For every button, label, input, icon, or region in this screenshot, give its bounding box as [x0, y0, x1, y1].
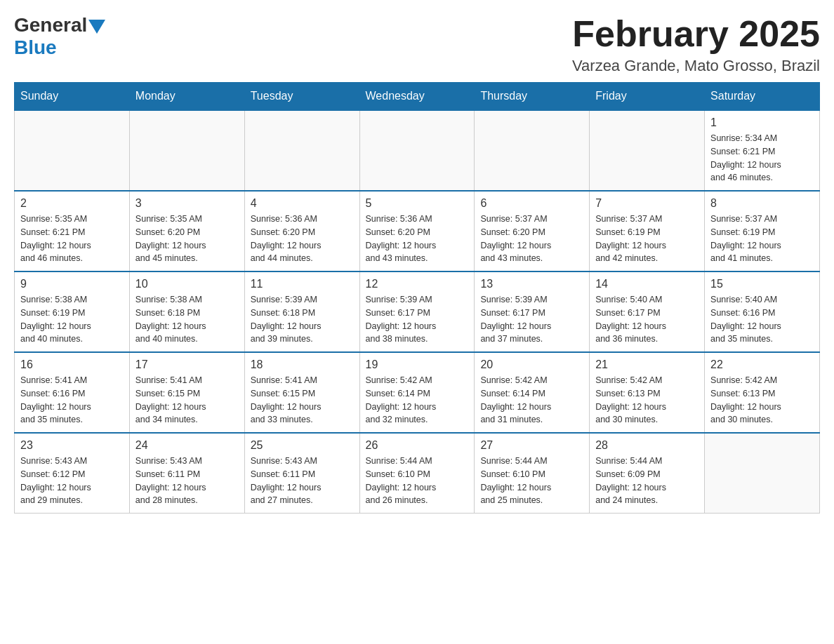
calendar-week-row: 23Sunrise: 5:43 AMSunset: 6:12 PMDayligh… — [15, 433, 820, 514]
day-of-week-header: Wednesday — [359, 83, 475, 111]
day-info: Sunrise: 5:41 AMSunset: 6:15 PMDaylight:… — [135, 374, 239, 427]
logo-blue-text: Blue — [14, 36, 57, 58]
day-number: 23 — [20, 439, 124, 452]
calendar-cell: 19Sunrise: 5:42 AMSunset: 6:14 PMDayligh… — [359, 352, 475, 433]
logo-general-text: General — [14, 14, 87, 36]
day-number: 16 — [20, 358, 124, 371]
calendar-cell: 25Sunrise: 5:43 AMSunset: 6:11 PMDayligh… — [244, 433, 359, 514]
calendar-body: 1Sunrise: 5:34 AMSunset: 6:21 PMDaylight… — [15, 110, 820, 514]
day-number: 20 — [480, 358, 583, 371]
calendar-cell: 10Sunrise: 5:38 AMSunset: 6:18 PMDayligh… — [129, 271, 244, 352]
day-number: 4 — [251, 197, 354, 210]
subtitle: Varzea Grande, Mato Grosso, Brazil — [572, 57, 820, 75]
day-number: 19 — [366, 358, 469, 371]
calendar-cell: 5Sunrise: 5:36 AMSunset: 6:20 PMDaylight… — [359, 191, 475, 271]
day-number: 11 — [251, 278, 354, 290]
calendar-cell — [244, 110, 359, 191]
calendar-cell: 14Sunrise: 5:40 AMSunset: 6:17 PMDayligh… — [590, 271, 705, 352]
calendar-cell: 2Sunrise: 5:35 AMSunset: 6:21 PMDaylight… — [15, 191, 130, 271]
day-info: Sunrise: 5:41 AMSunset: 6:16 PMDaylight:… — [20, 374, 124, 427]
calendar-cell — [129, 110, 244, 191]
day-info: Sunrise: 5:38 AMSunset: 6:19 PMDaylight:… — [20, 293, 124, 346]
day-of-week-header: Monday — [129, 83, 244, 111]
calendar-cell: 6Sunrise: 5:37 AMSunset: 6:20 PMDaylight… — [475, 191, 590, 271]
calendar-cell: 9Sunrise: 5:38 AMSunset: 6:19 PMDaylight… — [15, 271, 130, 352]
calendar-cell: 11Sunrise: 5:39 AMSunset: 6:18 PMDayligh… — [244, 271, 359, 352]
day-info: Sunrise: 5:43 AMSunset: 6:11 PMDaylight:… — [251, 455, 354, 507]
day-info: Sunrise: 5:39 AMSunset: 6:17 PMDaylight:… — [480, 293, 583, 346]
day-number: 22 — [710, 358, 814, 371]
day-number: 28 — [595, 439, 699, 452]
day-info: Sunrise: 5:40 AMSunset: 6:17 PMDaylight:… — [595, 293, 699, 346]
day-of-week-header: Friday — [590, 83, 705, 111]
day-info: Sunrise: 5:37 AMSunset: 6:19 PMDaylight:… — [710, 213, 814, 265]
day-number: 10 — [135, 278, 239, 290]
day-info: Sunrise: 5:40 AMSunset: 6:16 PMDaylight:… — [710, 293, 814, 346]
day-info: Sunrise: 5:42 AMSunset: 6:13 PMDaylight:… — [595, 374, 699, 427]
calendar-cell: 22Sunrise: 5:42 AMSunset: 6:13 PMDayligh… — [705, 352, 820, 433]
day-number: 6 — [480, 197, 583, 210]
calendar-table: SundayMondayTuesdayWednesdayThursdayFrid… — [14, 82, 820, 514]
day-info: Sunrise: 5:44 AMSunset: 6:09 PMDaylight:… — [595, 455, 699, 507]
day-number: 9 — [20, 278, 124, 290]
calendar-cell — [359, 110, 475, 191]
calendar-cell — [590, 110, 705, 191]
main-title: February 2025 — [572, 14, 820, 54]
page-header: General Blue February 2025 Varzea Grande… — [14, 14, 820, 75]
day-number: 25 — [251, 439, 354, 452]
calendar-cell: 12Sunrise: 5:39 AMSunset: 6:17 PMDayligh… — [359, 271, 475, 352]
day-info: Sunrise: 5:36 AMSunset: 6:20 PMDaylight:… — [251, 213, 354, 265]
day-info: Sunrise: 5:44 AMSunset: 6:10 PMDaylight:… — [480, 455, 583, 507]
calendar-cell: 13Sunrise: 5:39 AMSunset: 6:17 PMDayligh… — [475, 271, 590, 352]
logo: General Blue — [14, 14, 107, 59]
day-info: Sunrise: 5:35 AMSunset: 6:21 PMDaylight:… — [20, 213, 124, 265]
days-of-week-row: SundayMondayTuesdayWednesdayThursdayFrid… — [15, 83, 820, 111]
calendar-week-row: 16Sunrise: 5:41 AMSunset: 6:16 PMDayligh… — [15, 352, 820, 433]
calendar-cell: 20Sunrise: 5:42 AMSunset: 6:14 PMDayligh… — [475, 352, 590, 433]
day-info: Sunrise: 5:38 AMSunset: 6:18 PMDaylight:… — [135, 293, 239, 346]
day-number: 2 — [20, 197, 124, 210]
calendar-cell — [15, 110, 130, 191]
day-number: 1 — [710, 116, 814, 129]
title-section: February 2025 Varzea Grande, Mato Grosso… — [572, 14, 820, 75]
day-info: Sunrise: 5:39 AMSunset: 6:18 PMDaylight:… — [251, 293, 354, 346]
day-info: Sunrise: 5:42 AMSunset: 6:14 PMDaylight:… — [366, 374, 469, 427]
calendar-cell: 3Sunrise: 5:35 AMSunset: 6:20 PMDaylight… — [129, 191, 244, 271]
day-info: Sunrise: 5:43 AMSunset: 6:12 PMDaylight:… — [20, 455, 124, 507]
day-number: 27 — [480, 439, 583, 452]
day-info: Sunrise: 5:44 AMSunset: 6:10 PMDaylight:… — [366, 455, 469, 507]
day-number: 15 — [710, 278, 814, 290]
day-of-week-header: Saturday — [705, 83, 820, 111]
calendar-cell: 27Sunrise: 5:44 AMSunset: 6:10 PMDayligh… — [475, 433, 590, 514]
calendar-cell: 16Sunrise: 5:41 AMSunset: 6:16 PMDayligh… — [15, 352, 130, 433]
calendar-cell: 21Sunrise: 5:42 AMSunset: 6:13 PMDayligh… — [590, 352, 705, 433]
day-of-week-header: Thursday — [475, 83, 590, 111]
day-number: 5 — [366, 197, 469, 210]
day-info: Sunrise: 5:42 AMSunset: 6:14 PMDaylight:… — [480, 374, 583, 427]
day-number: 8 — [710, 197, 814, 210]
calendar-cell: 7Sunrise: 5:37 AMSunset: 6:19 PMDaylight… — [590, 191, 705, 271]
calendar-cell: 1Sunrise: 5:34 AMSunset: 6:21 PMDaylight… — [705, 110, 820, 191]
calendar-cell — [705, 433, 820, 514]
calendar-cell: 24Sunrise: 5:43 AMSunset: 6:11 PMDayligh… — [129, 433, 244, 514]
day-of-week-header: Tuesday — [244, 83, 359, 111]
day-number: 12 — [366, 278, 469, 290]
day-info: Sunrise: 5:36 AMSunset: 6:20 PMDaylight:… — [366, 213, 469, 265]
calendar-week-row: 2Sunrise: 5:35 AMSunset: 6:21 PMDaylight… — [15, 191, 820, 271]
day-number: 24 — [135, 439, 239, 452]
day-info: Sunrise: 5:37 AMSunset: 6:20 PMDaylight:… — [480, 213, 583, 265]
calendar-header: SundayMondayTuesdayWednesdayThursdayFrid… — [15, 83, 820, 111]
calendar-week-row: 1Sunrise: 5:34 AMSunset: 6:21 PMDaylight… — [15, 110, 820, 191]
day-info: Sunrise: 5:42 AMSunset: 6:13 PMDaylight:… — [710, 374, 814, 427]
calendar-cell: 18Sunrise: 5:41 AMSunset: 6:15 PMDayligh… — [244, 352, 359, 433]
day-info: Sunrise: 5:43 AMSunset: 6:11 PMDaylight:… — [135, 455, 239, 507]
day-number: 3 — [135, 197, 239, 210]
day-number: 13 — [480, 278, 583, 290]
calendar-cell: 23Sunrise: 5:43 AMSunset: 6:12 PMDayligh… — [15, 433, 130, 514]
calendar-cell: 4Sunrise: 5:36 AMSunset: 6:20 PMDaylight… — [244, 191, 359, 271]
day-number: 7 — [595, 197, 699, 210]
calendar-cell: 15Sunrise: 5:40 AMSunset: 6:16 PMDayligh… — [705, 271, 820, 352]
day-info: Sunrise: 5:35 AMSunset: 6:20 PMDaylight:… — [135, 213, 239, 265]
calendar-cell: 17Sunrise: 5:41 AMSunset: 6:15 PMDayligh… — [129, 352, 244, 433]
day-info: Sunrise: 5:39 AMSunset: 6:17 PMDaylight:… — [366, 293, 469, 346]
